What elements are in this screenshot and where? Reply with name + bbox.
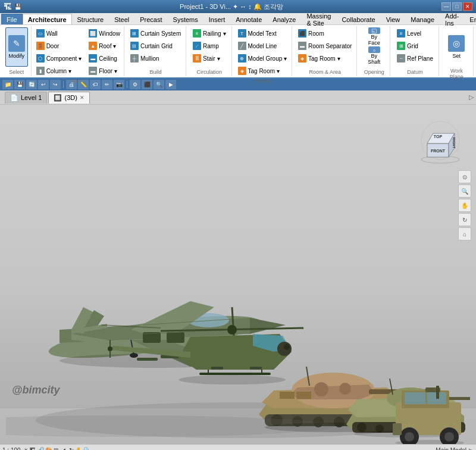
curtain-system-button[interactable]: ⊞ Curtain System [127, 27, 184, 39]
qa-open[interactable]: 📁 [2, 80, 13, 89]
tag-room-button[interactable]: ◈ Tag Room▾ [235, 65, 290, 77]
model-icon[interactable]: 🏗 [30, 447, 36, 450]
qa-sep2 [127, 81, 127, 88]
component-button[interactable]: ⬡ Component▾ [33, 52, 85, 64]
tab-steel[interactable]: Steel [109, 14, 134, 24]
wall-button[interactable]: ▭ Wall [33, 27, 85, 39]
maximize-button[interactable]: □ [452, 2, 462, 11]
room-col: ⬛ Room ▬ Room Separator ◈ Tag Room▾ [295, 27, 355, 64]
link-icon[interactable]: 🔗 [37, 447, 44, 450]
column-button[interactable]: ▮ Column▾ [33, 65, 85, 77]
tab-massing[interactable]: Massing & Site [301, 14, 336, 24]
3d-scene: TOP FRONT RIGHT ⊙ 🔍 ✋ ↻ ⌂ @bimcity [0, 105, 476, 444]
component-label: Component [46, 55, 77, 62]
ref-plane-button[interactable]: ╌ Ref Plane [394, 52, 436, 64]
qa-save[interactable]: 💾 [14, 80, 25, 89]
room-separator-button[interactable]: ▬ Room Separator [295, 40, 355, 52]
tab-systems[interactable]: Systems [168, 14, 203, 24]
room-button[interactable]: ⬛ Room [295, 27, 355, 39]
qa-settings[interactable]: ⚙ [130, 80, 140, 89]
tab-precast[interactable]: Precast [134, 14, 167, 24]
minimize-button[interactable]: — [441, 2, 451, 11]
qa-view-toggle[interactable]: ⬛ [142, 80, 152, 89]
tab-file[interactable]: File [1, 14, 23, 24]
viewport[interactable]: TOP FRONT RIGHT ⊙ 🔍 ✋ ↻ ⌂ @bimcity [0, 105, 476, 444]
svg-point-36 [339, 383, 351, 395]
sun-icon[interactable]: ☀ [23, 447, 29, 450]
tab-collaborate[interactable]: Collaborate [336, 14, 380, 24]
work-plane-group-label: Work Plane [444, 67, 469, 80]
view-more-arrow[interactable]: ▷ [469, 93, 474, 101]
model-line-button[interactable]: ╱ Model Line [235, 40, 290, 52]
doc-tab-3d[interactable]: 🔲 (3D) ✕ [48, 92, 89, 104]
qa-arrow[interactable]: ▶ [165, 80, 176, 89]
nav-orbit[interactable]: ↻ [458, 213, 471, 226]
tab-structure[interactable]: Structure [72, 14, 109, 24]
orbit-icon[interactable]: ↻ [69, 447, 74, 450]
room-separator-label: Room Separator [308, 43, 352, 49]
qa-measure[interactable]: 📏 [78, 80, 89, 89]
roof-button[interactable]: ▲ Roof▾ [86, 40, 123, 52]
nav-home[interactable]: ⌂ [458, 227, 471, 240]
qa-redo[interactable]: ↪ [50, 80, 61, 89]
room-label: Room [308, 30, 324, 37]
viewcube[interactable]: TOP FRONT RIGHT [416, 117, 464, 164]
window-button[interactable]: ⬜ Window [86, 27, 123, 39]
3d-tab-close[interactable]: ✕ [80, 95, 84, 101]
ceiling-button[interactable]: ▬ Ceiling [86, 52, 123, 64]
by-face-button[interactable]: ◱ By Face [362, 27, 386, 45]
nav-zoom-extents[interactable]: ⊙ [458, 170, 471, 183]
svg-rect-41 [296, 392, 311, 399]
nav-zoom[interactable]: 🔍 [458, 185, 471, 198]
model-text-button[interactable]: T Model Text [235, 27, 290, 39]
nav-pan[interactable]: ✋ [458, 199, 471, 212]
tab-enscape[interactable]: Enscape™ [464, 14, 476, 24]
qa-tag[interactable]: 🏷 [90, 80, 101, 89]
tab-architecture[interactable]: Architecture [23, 14, 72, 24]
modify-button[interactable]: ✎ Modify [5, 27, 28, 67]
qa-annotate[interactable]: ✏ [102, 80, 112, 89]
qa-undo[interactable]: ↩ [38, 80, 49, 89]
grid-button[interactable]: ⊞ Grid [394, 40, 436, 52]
model-group-button[interactable]: ⊕ Model Group▾ [235, 52, 290, 64]
floor-button[interactable]: ▬ Floor▾ [86, 65, 123, 77]
title-bar-left: 🏗 💾 [4, 2, 21, 11]
curtain-grid-button[interactable]: ⊟ Curtain Grid [127, 40, 184, 52]
ref-plane-label: Ref Plane [407, 55, 433, 62]
model-text-label: Model Text [248, 30, 277, 37]
pan-icon[interactable]: ✋ [75, 447, 82, 450]
railing-button[interactable]: ≡ Railing▾ [190, 27, 229, 39]
level-button[interactable]: ≡ Level [394, 27, 436, 39]
tag-room2-button[interactable]: ◈ Tag Room▾ [295, 52, 355, 64]
cursor-icon[interactable]: ↖ [63, 447, 68, 450]
tab-view[interactable]: View [381, 14, 406, 24]
stair-button[interactable]: ≣ Stair▾ [190, 52, 229, 64]
room-area-group-label: Room & Area [309, 68, 341, 75]
tab-manage[interactable]: Manage [405, 14, 440, 24]
ramp-button[interactable]: ⟋ Ramp [190, 40, 229, 52]
roof-label: Roof [99, 43, 111, 49]
mullion-button[interactable]: ┼ Mullion [127, 52, 184, 64]
mullion-label: Mullion [140, 55, 159, 62]
shaft-button[interactable]: ⬦ By Shaft [362, 46, 386, 64]
section-icon[interactable]: ⊞ [54, 447, 58, 450]
navigation-buttons: ⊙ 🔍 ✋ ↻ ⌂ [458, 170, 471, 240]
tab-analyze[interactable]: Analyze [267, 14, 301, 24]
qa-zoom[interactable]: 🔍 [154, 80, 164, 89]
qa-camera[interactable]: 📷 [114, 80, 124, 89]
door-button[interactable]: 🚪 Door [33, 40, 85, 52]
quick-save[interactable]: 💾 [14, 4, 21, 10]
zoom-icon[interactable]: 🔍 [83, 447, 90, 450]
render-icon[interactable]: 🎨 [45, 447, 52, 450]
svg-rect-20 [250, 367, 262, 370]
tab-insert[interactable]: Insert [203, 14, 231, 24]
qa-print[interactable]: 🖨 [66, 80, 77, 89]
set-work-plane-button[interactable]: ◎ Set [445, 27, 468, 67]
close-button[interactable]: ✕ [463, 2, 472, 11]
qa-sync[interactable]: 🔄 [26, 80, 37, 89]
tab-annotate[interactable]: Annotate [230, 14, 267, 24]
doc-tab-level1[interactable]: 📄 Level 1 [5, 92, 47, 104]
tab-addins[interactable]: Add-Ins [440, 14, 464, 24]
circulation-col: ≡ Railing▾ ⟋ Ramp ≣ Stair▾ [190, 27, 229, 64]
ceiling-label: Ceiling [99, 55, 117, 62]
